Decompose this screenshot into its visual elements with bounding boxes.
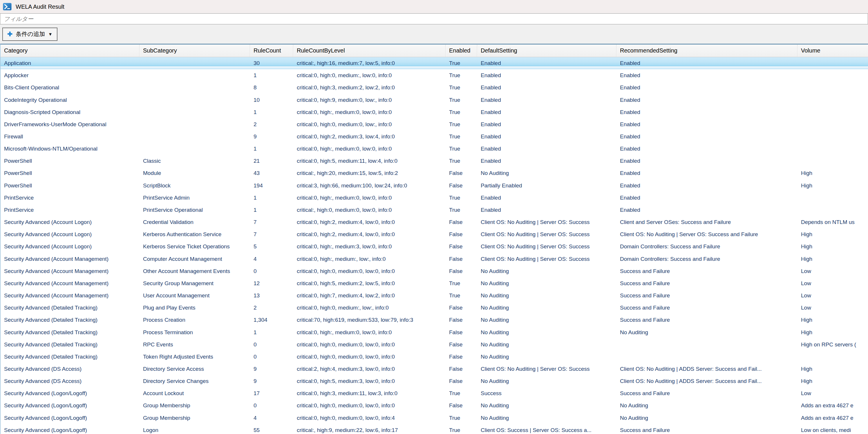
column-header-category[interactable]: Category <box>1 44 140 57</box>
cell-category: Security Advanced (Account Management) <box>1 289 140 302</box>
cell-recommendedsetting: Enabled <box>617 204 798 216</box>
table-row[interactable]: Security Advanced (Detailed Tracking)Plu… <box>1 302 868 314</box>
cell-enabled: False <box>445 216 477 228</box>
table-row[interactable]: Security Advanced (Account Management)Us… <box>1 289 868 302</box>
cell-enabled: False <box>445 363 477 375</box>
table-row[interactable]: PrintServicePrintService Operational1cri… <box>1 204 868 216</box>
table-row[interactable]: Firewall9critical:0, high:2, medium:3, l… <box>1 130 868 143</box>
table-row[interactable]: Security Advanced (Logon/Logoff)Account … <box>1 387 868 400</box>
cell-enabled: True <box>445 118 477 130</box>
table-row[interactable]: PowerShellClassic21critical:0, high:5, m… <box>1 155 868 167</box>
cell-volume <box>798 351 868 363</box>
table-row[interactable]: Security Advanced (DS Access)Directory S… <box>1 375 868 387</box>
cell-rulecount: 7 <box>250 216 293 228</box>
table-row[interactable]: Security Advanced (DS Access)Directory S… <box>1 363 868 375</box>
cell-rulecount: 10 <box>250 94 293 106</box>
column-header-enabled[interactable]: Enabled <box>445 44 477 57</box>
table-row[interactable]: Security Advanced (Account Management)Co… <box>1 253 868 265</box>
add-criteria-label: 条件の追加 <box>16 30 45 38</box>
cell-subcategory <box>140 94 250 106</box>
cell-subcategory: Security Group Management <box>140 277 250 289</box>
cell-rulecount: 1 <box>250 326 293 338</box>
column-header-rulecountbylevel[interactable]: RuleCountByLevel <box>293 44 445 57</box>
cell-subcategory: Process Termination <box>140 326 250 338</box>
table-row[interactable]: Application30critical:, high:16, medium:… <box>1 57 868 69</box>
cell-defaultsetting: Enabled <box>477 155 617 167</box>
cell-subcategory: Process Creation <box>140 314 250 326</box>
table-row[interactable]: Security Advanced (Detailed Tracking)Tok… <box>1 351 868 363</box>
table-row[interactable]: DriverFrameworks-UserMode Operational2cr… <box>1 118 868 130</box>
cell-subcategory: Computer Account Management <box>140 253 250 265</box>
cell-defaultsetting: Enabled <box>477 192 617 204</box>
cell-volume <box>798 118 868 130</box>
cell-volume <box>798 143 868 155</box>
cell-recommendedsetting: Success and Failure <box>617 302 798 314</box>
cell-rulecountbylevel: critical:, high:0, medium:0, low:0, info… <box>293 204 445 216</box>
cell-recommendedsetting: Client and Server OSes: Success and Fail… <box>617 216 798 228</box>
table-row[interactable]: PowerShellModule43critical:, high:20, me… <box>1 167 868 179</box>
filter-input[interactable] <box>0 13 868 24</box>
cell-recommendedsetting: Enabled <box>617 143 798 155</box>
table-row[interactable]: PowerShellScriptBlock194critical:3, high… <box>1 180 868 192</box>
table-row[interactable]: Security Advanced (Logon/Logoff)Group Me… <box>1 412 868 424</box>
cell-rulecount: 1 <box>250 143 293 155</box>
column-header-subcategory[interactable]: SubCategory <box>140 44 250 57</box>
table-row[interactable]: Diagnosis-Scripted Operational1critical:… <box>1 106 868 118</box>
table-row[interactable]: Bits-Client Operational8critical:0, high… <box>1 82 868 94</box>
cell-volume: High <box>798 180 868 192</box>
cell-rulecount: 0 <box>250 351 293 363</box>
cell-defaultsetting: Enabled <box>477 204 617 216</box>
cell-recommendedsetting <box>617 351 798 363</box>
cell-enabled: True <box>445 94 477 106</box>
table-row[interactable]: Security Advanced (Account Logon)Kerbero… <box>1 228 868 241</box>
cell-volume: High <box>798 228 868 241</box>
cell-subcategory: Plug and Play Events <box>140 302 250 314</box>
cell-recommendedsetting: Enabled <box>617 106 798 118</box>
table-row[interactable]: Security Advanced (Detailed Tracking)RPC… <box>1 339 868 351</box>
cell-rulecountbylevel: critical:0, high:9, medium:0, low:, info… <box>293 94 445 106</box>
cell-rulecountbylevel: critical:0, high:0, medium:, low:0, info… <box>293 69 445 82</box>
cell-defaultsetting: No Auditing <box>477 400 617 412</box>
cell-recommendedsetting: Success and Failure <box>617 265 798 277</box>
cell-volume: High <box>798 363 868 375</box>
table-row[interactable]: Security Advanced (Logon/Logoff)Logon55c… <box>1 424 868 434</box>
cell-rulecountbylevel: critical:0, high:, medium:3, low:0, info… <box>293 241 445 253</box>
cell-enabled: False <box>445 302 477 314</box>
cell-rulecountbylevel: critical:0, high:, medium:0, low:0, info… <box>293 326 445 338</box>
cell-volume: High on RPC servers ( <box>798 339 868 351</box>
table-row[interactable]: Microsoft-Windows-NTLM/Operational1criti… <box>1 143 868 155</box>
cell-category: Applocker <box>1 69 140 82</box>
table-row[interactable]: Security Advanced (Detailed Tracking)Pro… <box>1 326 868 338</box>
add-criteria-button[interactable]: ✚ 条件の追加 ▼ <box>2 28 57 41</box>
column-header-volume[interactable]: Volume <box>798 44 868 57</box>
cell-defaultsetting: No Auditing <box>477 351 617 363</box>
table-row[interactable]: Security Advanced (Account Management)Se… <box>1 277 868 289</box>
cell-rulecount: 9 <box>250 130 293 143</box>
table-row[interactable]: Security Advanced (Account Logon)Credent… <box>1 216 868 228</box>
table-row[interactable]: Security Advanced (Detailed Tracking)Pro… <box>1 314 868 326</box>
cell-recommendedsetting: Enabled <box>617 155 798 167</box>
cell-category: Application <box>1 57 140 69</box>
column-header-rulecount[interactable]: RuleCount <box>250 44 293 57</box>
table-row[interactable]: Security Advanced (Account Management)Ot… <box>1 265 868 277</box>
column-header-recommendedsetting[interactable]: RecommendedSetting <box>617 44 798 57</box>
cell-recommendedsetting: Client OS: No Auditing | Server OS: Succ… <box>617 228 798 241</box>
cell-defaultsetting: No Auditing <box>477 375 617 387</box>
cell-defaultsetting: Client OS: Success | Server OS: Success … <box>477 424 617 434</box>
column-header-defaultsetting[interactable]: DefaultSetting <box>477 44 617 57</box>
cell-subcategory: Group Membership <box>140 412 250 424</box>
cell-enabled: False <box>445 314 477 326</box>
table-row[interactable]: PrintServicePrintService Admin1critical:… <box>1 192 868 204</box>
table-row[interactable]: Security Advanced (Account Logon)Kerbero… <box>1 241 868 253</box>
cell-rulecount: 0 <box>250 400 293 412</box>
cell-category: PrintService <box>1 192 140 204</box>
cell-rulecount: 9 <box>250 363 293 375</box>
grid-header-row: CategorySubCategoryRuleCountRuleCountByL… <box>1 44 868 57</box>
cell-enabled: True <box>445 192 477 204</box>
table-row[interactable]: Security Advanced (Logon/Logoff)Group Me… <box>1 400 868 412</box>
table-row[interactable]: Applocker1critical:0, high:0, medium:, l… <box>1 69 868 82</box>
cell-rulecount: 0 <box>250 339 293 351</box>
table-row[interactable]: CodeIntegrity Operational10critical:0, h… <box>1 94 868 106</box>
cell-enabled: False <box>445 228 477 241</box>
cell-rulecount: 8 <box>250 82 293 94</box>
